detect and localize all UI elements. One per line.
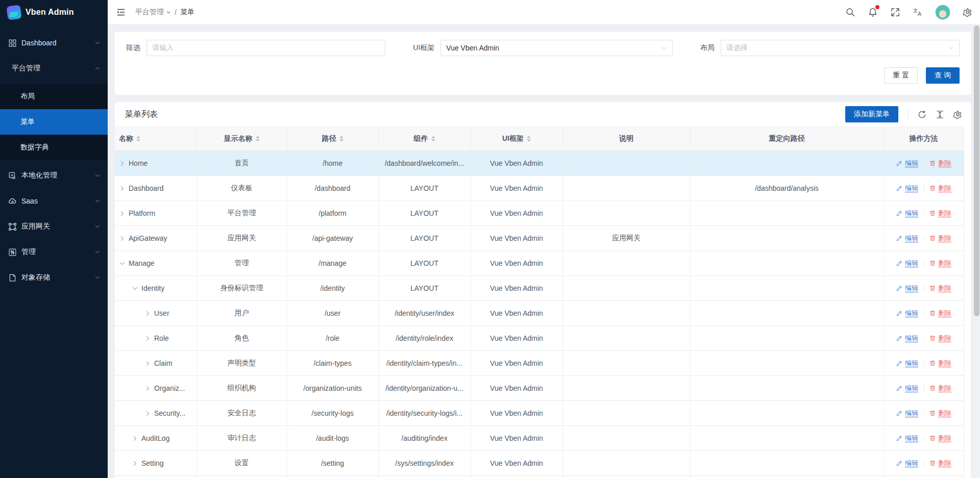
- keyword-input[interactable]: 请输入: [146, 40, 385, 56]
- column-header-1[interactable]: 显示名称: [197, 127, 287, 151]
- notifications-button[interactable]: [868, 7, 878, 17]
- sort-carets-icon[interactable]: [431, 136, 435, 142]
- cell-path: /api-gateway: [287, 226, 378, 251]
- table-row-identity[interactable]: Identity身份标识管理/identityLAYOUTVue Vben Ad…: [115, 276, 964, 301]
- row-height-button[interactable]: [935, 110, 945, 119]
- search-button[interactable]: 查 询: [926, 67, 960, 84]
- table-row-security[interactable]: Security...安全日志/security-logs/identity/s…: [115, 401, 964, 426]
- column-header-0[interactable]: 名称: [115, 127, 197, 151]
- layout-select[interactable]: 请选择: [721, 40, 960, 56]
- avatar[interactable]: [935, 5, 950, 20]
- chevron-right[interactable]: [132, 460, 138, 467]
- refresh-button[interactable]: [917, 110, 927, 119]
- column-header-2[interactable]: 路径: [287, 127, 378, 151]
- table-row-user[interactable]: User用户/user/identity/user/indexVue Vben …: [115, 301, 964, 326]
- sort-carets-icon[interactable]: [256, 136, 260, 142]
- chevron-down[interactable]: [132, 285, 138, 292]
- delete-button[interactable]: 删除: [929, 409, 951, 418]
- table-row-manage[interactable]: Manage管理/manageLAYOUTVue Vben Admin编辑删除: [115, 251, 964, 276]
- column-header-3[interactable]: 组件: [378, 127, 471, 151]
- sidebar-item-api-gateway[interactable]: 应用网关: [0, 216, 108, 237]
- chevron-right[interactable]: [119, 185, 126, 192]
- search-button[interactable]: [845, 7, 855, 17]
- sidebar-item-layout[interactable]: 布局: [0, 84, 108, 109]
- delete-button[interactable]: 删除: [929, 434, 951, 443]
- sidebar-item-manage[interactable]: 管理: [0, 242, 108, 262]
- edit-button[interactable]: 编辑: [896, 434, 918, 443]
- row-actions: 编辑删除: [888, 434, 960, 443]
- sort-carets-icon[interactable]: [136, 136, 140, 142]
- chevron-down[interactable]: [119, 260, 126, 267]
- chevron-right[interactable]: [144, 335, 151, 342]
- top-header: 平台管理 / 菜单 文A: [108, 0, 980, 24]
- edit-button[interactable]: 编辑: [896, 459, 918, 468]
- edit-button[interactable]: 编辑: [896, 334, 918, 343]
- edit-button[interactable]: 编辑: [896, 259, 918, 268]
- chevron-right[interactable]: [144, 310, 151, 317]
- settings-button[interactable]: [963, 7, 973, 17]
- delete-button[interactable]: 删除: [929, 334, 951, 343]
- edit-button[interactable]: 编辑: [896, 159, 918, 168]
- delete-icon: [929, 285, 936, 292]
- chevron-right[interactable]: [119, 160, 126, 167]
- sort-carets-icon[interactable]: [527, 136, 531, 142]
- edit-button[interactable]: 编辑: [896, 384, 918, 393]
- sidebar-item-platform-management[interactable]: 平台管理: [0, 58, 108, 79]
- table-row-apigateway[interactable]: ApiGateway应用网关/api-gatewayLAYOUTVue Vben…: [115, 226, 964, 251]
- delete-button[interactable]: 删除: [929, 234, 951, 243]
- table-row-home[interactable]: Home首页/home/dashboard/welcome/in...Vue V…: [115, 151, 964, 176]
- sidebar-item-localization[interactable]: A本地化管理: [0, 165, 108, 186]
- delete-button[interactable]: 删除: [929, 159, 951, 168]
- scrollbar-thumb[interactable]: [974, 26, 979, 316]
- language-button[interactable]: 文A: [913, 7, 923, 17]
- edit-button[interactable]: 编辑: [896, 359, 918, 368]
- edit-button[interactable]: 编辑: [896, 184, 918, 193]
- chevron-right[interactable]: [144, 410, 151, 417]
- fullscreen-button[interactable]: [890, 7, 900, 17]
- sort-carets-icon[interactable]: [339, 136, 344, 142]
- app-logo[interactable]: Vben Admin: [0, 0, 108, 24]
- table-row-setting[interactable]: Setting设置/setting/sys/settings/indexVue …: [115, 451, 964, 476]
- sidebar-item-saas[interactable]: Saas: [0, 191, 108, 211]
- table-row[interactable]: [115, 476, 964, 478]
- table-body: Home首页/home/dashboard/welcome/in...Vue V…: [115, 151, 964, 478]
- table-row-auditlog[interactable]: AuditLog审计日志/audit-logs/auditing/indexVu…: [115, 426, 964, 451]
- table-row-role[interactable]: Role角色/role/identity/role/indexVue Vben …: [115, 326, 964, 351]
- sidebar-item-menu[interactable]: 菜单: [0, 109, 108, 135]
- delete-button[interactable]: 删除: [929, 309, 951, 318]
- chevron-right[interactable]: [119, 235, 126, 242]
- delete-button[interactable]: 删除: [929, 209, 951, 218]
- sidebar-item-object-storage[interactable]: 对象存储: [0, 267, 108, 288]
- reset-button[interactable]: 重 置: [884, 67, 918, 84]
- delete-button[interactable]: 删除: [929, 384, 951, 393]
- sidebar-collapse-icon[interactable]: [116, 7, 126, 17]
- chevron-right[interactable]: [119, 210, 126, 217]
- column-label: 操作方法: [910, 134, 938, 143]
- chevron-right[interactable]: [144, 360, 151, 367]
- delete-button[interactable]: 删除: [929, 259, 951, 268]
- chevron-right[interactable]: [144, 385, 151, 392]
- chevron-right[interactable]: [132, 435, 138, 442]
- table-row-organiz[interactable]: Organiz...组织机构/organization-units/identi…: [115, 376, 964, 401]
- column-settings-button[interactable]: [953, 110, 963, 119]
- edit-button[interactable]: 编辑: [896, 284, 918, 293]
- sidebar-item-data-dictionary[interactable]: 数据字典: [0, 135, 108, 160]
- delete-button[interactable]: 删除: [929, 284, 951, 293]
- edit-button[interactable]: 编辑: [896, 209, 918, 218]
- sidebar-item-dashboard[interactable]: Dashboard: [0, 33, 108, 53]
- table-row-claim[interactable]: Claim声明类型/claim-types/identity/claim-typ…: [115, 351, 964, 376]
- delete-button[interactable]: 删除: [929, 359, 951, 368]
- chevron-down: [94, 198, 101, 204]
- table-row-platform[interactable]: Platform平台管理/platformLAYOUTVue Vben Admi…: [115, 201, 964, 226]
- delete-button[interactable]: 删除: [929, 184, 951, 193]
- edit-button[interactable]: 编辑: [896, 409, 918, 418]
- table-row-dashboard[interactable]: Dashboard仪表板/dashboardLAYOUTVue Vben Adm…: [115, 176, 964, 201]
- add-menu-button[interactable]: 添加新菜单: [845, 106, 898, 122]
- edit-button[interactable]: 编辑: [896, 234, 918, 243]
- edit-button[interactable]: 编辑: [896, 309, 918, 318]
- ui-framework-select[interactable]: Vue Vben Admin: [440, 40, 672, 56]
- column-header-4[interactable]: UI框架: [471, 127, 562, 151]
- breadcrumb-parent[interactable]: 平台管理: [135, 8, 171, 17]
- page-scrollbar[interactable]: [973, 24, 980, 478]
- delete-button[interactable]: 删除: [929, 459, 951, 468]
